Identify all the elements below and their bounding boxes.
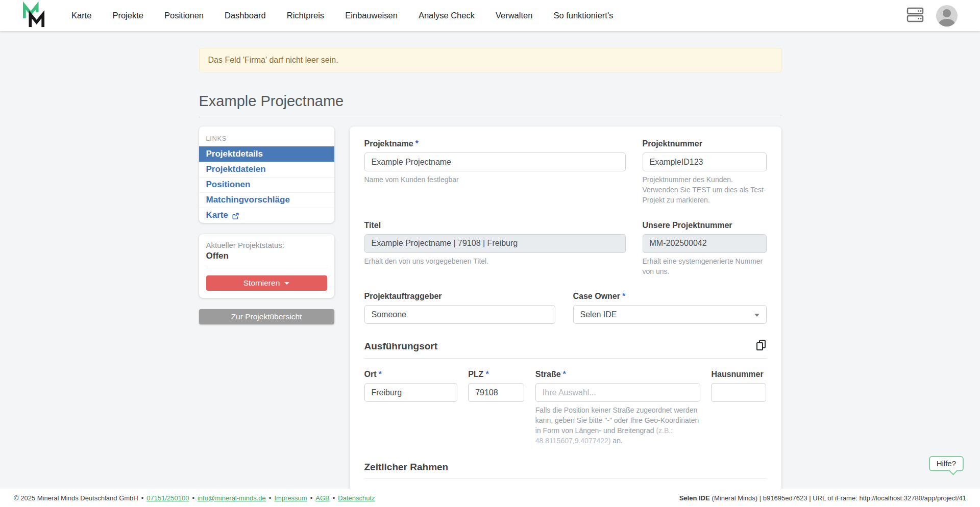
server-icon (906, 7, 924, 24)
sidebar-item-projektdetails[interactable]: Projektdetails (199, 146, 334, 162)
server-status-button[interactable] (906, 7, 924, 24)
section-title-zeitlicher-rahmen: Zeitlicher Rahmen (364, 462, 449, 473)
section-divider (364, 478, 767, 478)
footer-link-datenschutz[interactable]: Datenschutz (338, 494, 375, 502)
left-sidebar: LINKS Projektdetails Projektdateien Posi… (199, 126, 334, 324)
strasse-input[interactable] (535, 383, 700, 402)
back-to-overview-button[interactable]: Zur Projektübersicht (199, 309, 334, 324)
required-asterisk: * (415, 139, 419, 148)
required-asterisk: * (622, 292, 625, 300)
footer-link-phone[interactable]: 07151/250100 (146, 494, 189, 502)
nav-item-verwalten[interactable]: Verwalten (496, 11, 532, 20)
chevron-down-icon (284, 282, 289, 285)
required-asterisk: * (379, 370, 382, 378)
footer-link-email[interactable]: info@mineral-minds.de (198, 494, 266, 502)
footer: © 2025 Mineral Minds Deutschland GmbH • … (0, 489, 980, 507)
footer-link-agb[interactable]: AGB (315, 494, 329, 502)
cancel-project-label: Stornieren (243, 278, 280, 288)
nav-item-projekte[interactable]: Projekte (112, 11, 143, 20)
links-card-header: LINKS (199, 132, 334, 146)
section-title-ausfuehrungsort: Ausführungsort (364, 341, 438, 352)
nav-item-karte[interactable]: Karte (71, 11, 91, 20)
nav-item-positionen[interactable]: Positionen (164, 11, 204, 20)
project-details-form: Projektname* Name vom Kunden festlegbar … (350, 126, 781, 507)
footer-user: Selen IDE (679, 494, 710, 502)
hausnummer-label: Hausnummer (711, 370, 766, 379)
hausnummer-input[interactable] (711, 383, 766, 402)
case-owner-select[interactable]: Selen IDE (573, 305, 767, 324)
unsere-projektnummer-input (643, 234, 767, 253)
footer-separator: • (141, 494, 144, 502)
sidebar-item-positionen[interactable]: Positionen (199, 177, 334, 192)
projektnummer-label: Projektnummer (643, 139, 767, 148)
top-navbar: Karte Projekte Positionen Dashboard Rich… (0, 0, 980, 31)
nav-item-analyse-check[interactable]: Analyse Check (419, 11, 475, 20)
footer-link-impressum[interactable]: Impressum (274, 494, 307, 502)
titel-helper: Erhält den von uns vorgegebenen Titel. (364, 257, 626, 267)
select-caret-icon (754, 314, 760, 317)
sidebar-item-projektdateien[interactable]: Projektdateien (199, 162, 334, 177)
mineral-minds-logo-icon (22, 2, 45, 30)
footer-legal: © 2025 Mineral Minds Deutschland GmbH • … (14, 494, 375, 502)
help-button[interactable]: Hilfe? (929, 456, 964, 471)
plz-input[interactable] (468, 383, 524, 402)
strasse-helper: Falls die Position keiner Straße zugeord… (535, 405, 700, 446)
projektname-input[interactable] (364, 153, 626, 171)
plz-label: PLZ* (468, 370, 524, 379)
unsere-projektnummer-label: Unsere Projektnummer (643, 221, 767, 230)
section-divider (364, 358, 767, 359)
unsere-projektnummer-helper: Erhält eine systemgenerierte Nummer von … (643, 257, 767, 277)
page-title: Example Projectname (199, 93, 781, 117)
footer-session-details: (Mineral Minds) | b91695ed7623 | URL of … (712, 494, 966, 502)
projektauftraggeber-input[interactable] (364, 305, 555, 324)
footer-copyright: © 2025 Mineral Minds Deutschland GmbH (14, 494, 138, 502)
nav-item-dashboard[interactable]: Dashboard (225, 11, 266, 20)
main-nav: Karte Projekte Positionen Dashboard Rich… (71, 11, 613, 20)
projektauftraggeber-label: Projektauftraggeber (364, 292, 555, 301)
projektnummer-input[interactable] (643, 153, 767, 171)
validation-warning-banner: Das Feld 'Firma' darf nicht leer sein. (199, 48, 781, 72)
strasse-label: Straße* (535, 370, 700, 379)
sidebar-item-matchingvorschlaege[interactable]: Matchingvorschläge (199, 192, 334, 208)
footer-separator: • (310, 494, 313, 502)
status-divider (206, 268, 327, 268)
titel-label: Titel (364, 221, 626, 230)
case-owner-label: Case Owner* (573, 292, 767, 301)
project-links-card: LINKS Projektdetails Projektdateien Posi… (199, 126, 334, 223)
brand-logo[interactable] (22, 2, 45, 30)
external-link-icon (232, 212, 239, 220)
status-value: Offen (206, 251, 327, 261)
sidebar-item-karte-label: Karte (206, 210, 228, 220)
footer-separator: • (269, 494, 272, 502)
ort-input[interactable] (364, 383, 457, 402)
nav-item-richtpreis[interactable]: Richtpreis (287, 11, 324, 20)
cancel-project-button[interactable]: Stornieren (206, 275, 327, 291)
required-asterisk: * (485, 370, 488, 378)
sidebar-item-karte[interactable]: Karte (199, 208, 334, 223)
footer-session-info: Selen IDE(Mineral Minds) | b91695ed7623 … (679, 494, 966, 502)
status-label: Aktueller Projektstatus: (206, 241, 327, 249)
titel-input (364, 234, 626, 253)
case-owner-value: Selen IDE (580, 310, 617, 319)
projektnummer-helper: Projektnummer des Kunden. Verwenden Sie … (643, 175, 767, 206)
nav-item-so-funktionierts[interactable]: So funktioniert's (553, 11, 613, 20)
footer-separator: • (192, 494, 194, 502)
project-status-card: Aktueller Projektstatus: Offen Storniere… (199, 234, 334, 298)
ort-label: Ort* (364, 370, 457, 379)
projektname-label: Projektname* (364, 139, 626, 148)
footer-separator: • (333, 494, 335, 502)
user-avatar[interactable] (936, 5, 958, 27)
required-asterisk: * (563, 370, 566, 378)
copy-icon (755, 339, 767, 353)
projektname-helper: Name vom Kunden festlegbar (364, 175, 626, 185)
nav-item-einbauweisen[interactable]: Einbauweisen (345, 11, 398, 20)
copy-address-button[interactable] (755, 339, 767, 353)
